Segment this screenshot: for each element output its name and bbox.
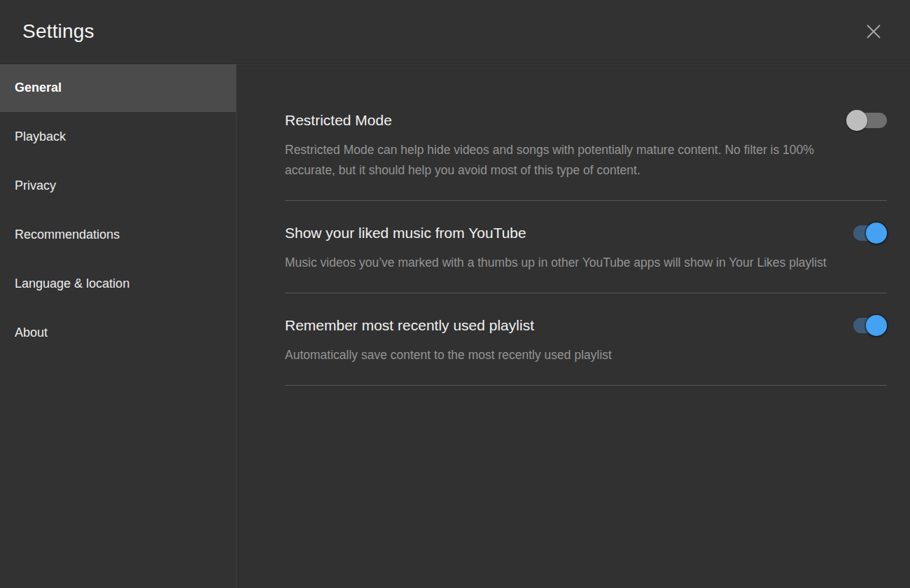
setting-description: Automatically save content to the most r… xyxy=(285,345,830,365)
toggle-thumb xyxy=(866,315,887,336)
restricted-mode-toggle[interactable] xyxy=(846,110,887,131)
sidebar: General Playback Privacy Recommendations… xyxy=(0,63,237,588)
close-icon xyxy=(864,22,883,41)
setting-description: Restricted Mode can help hide videos and… xyxy=(285,140,830,181)
sidebar-item-recommendations[interactable]: Recommendations xyxy=(0,210,236,259)
section-divider xyxy=(285,385,887,386)
close-button[interactable] xyxy=(862,20,885,43)
setting-row-liked-music: Show your liked music from YouTube Music… xyxy=(285,201,887,293)
setting-title-liked-music: Show your liked music from YouTube xyxy=(285,223,526,243)
sidebar-item-general[interactable]: General xyxy=(0,63,236,112)
settings-dialog: Settings General Playback Privacy Recomm… xyxy=(0,0,910,588)
settings-panel: Restricted Mode Restricted Mode can help… xyxy=(237,63,910,588)
remember-playlist-toggle[interactable] xyxy=(846,315,887,336)
setting-title-restricted-mode: Restricted Mode xyxy=(285,111,392,130)
dialog-header: Settings xyxy=(0,0,910,63)
setting-row-remember-playlist: Remember most recently used playlist Aut… xyxy=(285,293,887,385)
toggle-thumb xyxy=(846,110,867,131)
dialog-body: General Playback Privacy Recommendations… xyxy=(0,63,910,588)
sidebar-item-playback[interactable]: Playback xyxy=(0,112,236,161)
sidebar-item-privacy[interactable]: Privacy xyxy=(0,161,236,210)
liked-music-toggle[interactable] xyxy=(846,223,887,244)
setting-title-remember-playlist: Remember most recently used playlist xyxy=(285,316,534,335)
toggle-thumb xyxy=(866,223,887,244)
sidebar-item-about[interactable]: About xyxy=(0,308,236,357)
setting-description: Music videos you’ve marked with a thumbs… xyxy=(285,253,830,273)
sidebar-item-language-location[interactable]: Language & location xyxy=(0,259,236,308)
setting-row-restricted-mode: Restricted Mode Restricted Mode can help… xyxy=(285,111,887,200)
dialog-title: Settings xyxy=(22,20,94,43)
